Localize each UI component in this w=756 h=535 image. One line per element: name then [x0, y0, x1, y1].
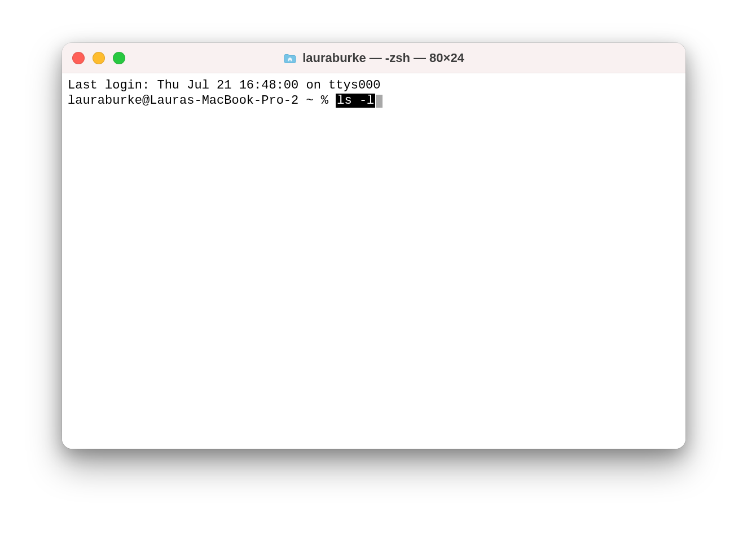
prompt-text: lauraburke@Lauras-MacBook-Pro-2 ~ %: [68, 94, 336, 108]
titlebar[interactable]: lauraburke — -zsh — 80×24: [62, 43, 685, 73]
prompt-line: lauraburke@Lauras-MacBook-Pro-2 ~ % ls -…: [68, 93, 680, 108]
close-button[interactable]: [72, 52, 85, 64]
zoom-button[interactable]: [113, 52, 125, 64]
typed-command[interactable]: ls -l: [336, 94, 375, 108]
cursor: [376, 95, 383, 108]
terminal-body[interactable]: Last login: Thu Jul 21 16:48:00 on ttys0…: [62, 73, 685, 449]
window-controls: [72, 52, 125, 64]
last-login-line: Last login: Thu Jul 21 16:48:00 on ttys0…: [68, 78, 680, 93]
window-title-text: lauraburke — -zsh — 80×24: [302, 51, 464, 65]
terminal-window: lauraburke — -zsh — 80×24 Last login: Th…: [62, 43, 685, 449]
window-title: lauraburke — -zsh — 80×24: [62, 51, 685, 65]
minimize-button[interactable]: [93, 52, 105, 64]
home-folder-icon: [283, 51, 297, 65]
